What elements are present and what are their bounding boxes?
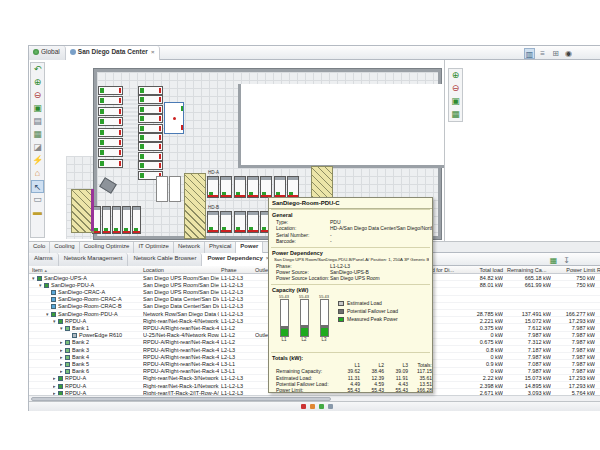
select-cursor-icon[interactable]: ↖ [31, 180, 44, 193]
map-tab-colo[interactable]: Colo [29, 242, 50, 253]
phase-cell: L2-L3 [221, 347, 253, 353]
zoom-out-icon[interactable]: ⊖ [31, 89, 44, 102]
grid-icon[interactable]: ▦ [449, 108, 462, 121]
hierarchy-icon[interactable]: ⊞ [550, 48, 561, 59]
totals-value: 55.43 [336, 387, 360, 393]
rack[interactable] [138, 142, 163, 151]
rack[interactable] [247, 176, 259, 198]
remaining-ca--cell: 665.18 kW [507, 275, 551, 281]
rack[interactable] [138, 95, 163, 104]
zoom-out-icon[interactable]: ⊖ [449, 82, 462, 95]
rack[interactable] [138, 152, 163, 161]
editor-tab-san-diego-data-center[interactable]: San Diego Data Center× [66, 46, 161, 60]
rack[interactable] [138, 105, 163, 114]
export-icon[interactable]: ↧ [561, 255, 572, 266]
location-cell: Network Row/San Diego Data Cen... [143, 311, 219, 317]
undo-icon[interactable]: ↶ [31, 63, 44, 76]
home-icon[interactable]: ⌂ [31, 167, 44, 180]
column-header-7[interactable]: Power Limit [553, 267, 595, 273]
rack-power-ok-marker [140, 97, 144, 102]
column-header-6[interactable]: Remaining Ca... [507, 267, 551, 273]
rectangle-tool-icon[interactable]: ▭ [31, 193, 44, 206]
rack[interactable] [112, 206, 121, 234]
column-header-2[interactable]: Phase [221, 267, 253, 273]
rack[interactable] [122, 206, 131, 234]
rack[interactable] [234, 176, 246, 198]
floor-pdu-unit[interactable] [164, 102, 184, 134]
total-load-cell: 2.398 kW [461, 383, 503, 389]
zoom-in-icon[interactable]: ⊕ [31, 76, 44, 89]
legend-swatch [338, 301, 344, 306]
rack[interactable] [132, 206, 141, 234]
totals-row-label: Power Limit: [276, 387, 304, 393]
rack[interactable] [247, 211, 259, 233]
world-icon[interactable]: ◉ [563, 48, 574, 59]
view-tab-alarms[interactable]: Alarms [29, 253, 59, 266]
remaining-ca--cell: 7.087 kW [507, 361, 551, 367]
rack[interactable] [287, 176, 299, 198]
power-icon[interactable]: ⚡ [31, 154, 44, 167]
rack[interactable] [260, 176, 272, 198]
rack[interactable] [138, 86, 163, 95]
total-load-cell: 0 kW [461, 368, 503, 374]
map-tab-it-optimize[interactable]: IT Optimize [134, 242, 174, 253]
close-icon[interactable]: × [151, 49, 155, 55]
map-tab-power[interactable]: Power [236, 242, 263, 253]
rack[interactable] [138, 114, 163, 123]
rack[interactable] [98, 128, 123, 137]
rack-power-alarm-marker [159, 107, 161, 112]
rack-power-alarm-marker [221, 195, 231, 197]
rack[interactable] [98, 148, 123, 157]
editor-tab-global[interactable]: Global [29, 46, 66, 60]
view-tab-power-dependency[interactable]: Power Dependency× [202, 253, 275, 266]
rack-power-ok-marker [140, 88, 144, 93]
rack[interactable] [98, 117, 123, 126]
map-tab-cooling[interactable]: Cooling [50, 242, 79, 253]
column-header-1[interactable]: Location [143, 267, 219, 273]
phase-cell: L1-L2 [221, 332, 253, 338]
rack[interactable] [220, 176, 232, 198]
door-leaf[interactable] [169, 176, 181, 202]
failover-fill [281, 326, 288, 329]
rack[interactable] [207, 211, 219, 233]
item-label: SanDiego-Room-PDU-A [58, 311, 118, 317]
rack[interactable] [274, 176, 286, 198]
rack[interactable] [207, 176, 219, 198]
item-label: Bank 3 [72, 347, 89, 353]
outline-icon[interactable]: ≡ [537, 48, 548, 59]
rack[interactable] [98, 86, 123, 95]
rack[interactable] [138, 133, 163, 142]
fit-view-icon[interactable]: ▣ [31, 102, 44, 115]
layout-icon[interactable]: ▥ [524, 48, 535, 59]
door-leaf[interactable] [156, 176, 168, 202]
eraser-icon[interactable]: ◪ [31, 141, 44, 154]
column-header-5[interactable]: Total load [461, 267, 503, 273]
rack[interactable] [98, 96, 123, 105]
rack[interactable] [98, 159, 123, 168]
total-load-cell: 0.8 kW [461, 347, 503, 353]
measure-tool-icon[interactable]: ▬ [31, 206, 44, 219]
rack-top-panel [93, 207, 100, 210]
view-tab-network-cable-browser[interactable]: Network Cable Browser [128, 253, 202, 266]
view-tab-network-management[interactable]: Network Management [59, 253, 129, 266]
rack[interactable] [102, 206, 111, 234]
rack-top-panel [275, 177, 285, 180]
item-label: SanDiego-UPS-A [44, 275, 87, 281]
rack[interactable] [138, 124, 163, 133]
rack[interactable] [234, 211, 246, 233]
layers-icon[interactable]: ▦ [31, 128, 44, 141]
map-tab-network[interactable]: Network [174, 242, 205, 253]
map-tab-cooling-optimize[interactable]: Cooling Optimize [80, 242, 135, 253]
table-icon[interactable]: ▦ [548, 255, 559, 266]
rack[interactable] [98, 138, 123, 147]
location-cell: San Diego Data Center/San Diego/... [143, 303, 219, 309]
rack[interactable] [220, 211, 232, 233]
bank-icon [65, 348, 70, 353]
fit-view-icon[interactable]: ▣ [449, 95, 462, 108]
print-icon[interactable]: ▤ [31, 115, 44, 128]
zoom-in-icon[interactable]: ⊕ [449, 69, 462, 82]
map-tab-physical[interactable]: Physical [205, 242, 236, 253]
rack[interactable] [98, 107, 123, 116]
rack[interactable] [138, 161, 163, 170]
column-header-0[interactable]: Item ▲ [32, 267, 140, 273]
